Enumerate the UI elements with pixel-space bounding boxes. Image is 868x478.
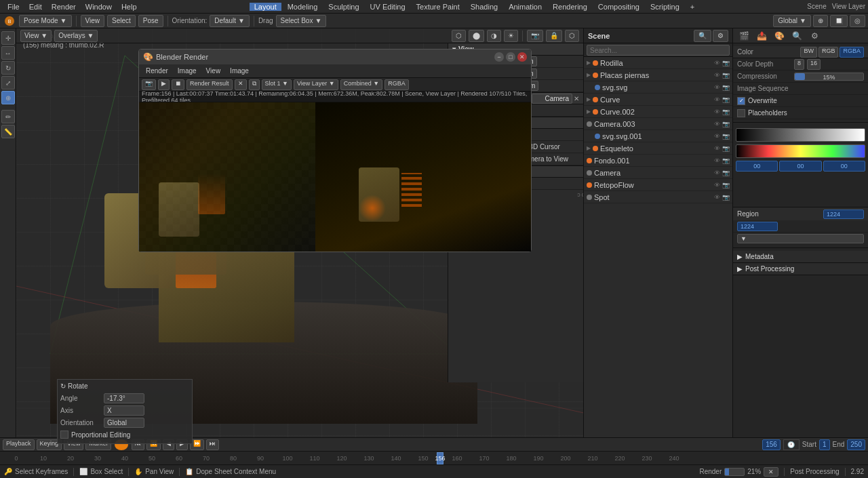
menu-texture-paint[interactable]: Texture Paint — [412, 3, 465, 11]
menu-compositing[interactable]: Compositing — [593, 3, 644, 11]
menu-edit[interactable]: Edit — [24, 0, 47, 13]
menu-rendering[interactable]: Rendering — [548, 3, 592, 11]
start-frame[interactable]: 1 — [819, 439, 830, 450]
outline-item-esqueleto[interactable]: ▶ Esqueleto 👁 📷 — [584, 142, 732, 155]
visibility-icon[interactable]: 👁 — [714, 60, 720, 66]
render-menu-view[interactable]: View — [202, 64, 225, 77]
menu-layout[interactable]: Layout — [250, 3, 281, 11]
rend-icon-12[interactable]: 📷 — [722, 194, 730, 201]
rend-icon-11[interactable]: 📷 — [722, 182, 730, 188]
vis-icon-6[interactable]: 👁 — [714, 121, 720, 127]
menu-scripting[interactable]: Scripting — [646, 3, 684, 11]
depth-8-btn[interactable]: 8 — [794, 59, 804, 70]
proportional-checkbox[interactable] — [60, 431, 68, 439]
depth-16-btn[interactable]: 16 — [807, 59, 821, 70]
outline-item-camera003[interactable]: Camera.003 👁 📷 — [584, 118, 732, 130]
render-stop-btn[interactable]: ✕ — [764, 467, 778, 477]
channel-dropdown[interactable]: ▼ — [737, 234, 864, 243]
vis-icon-11[interactable]: 👁 — [714, 182, 720, 188]
viewport-3d[interactable]: Camera Perspective (156) metarig : thumb… — [16, 28, 583, 464]
vp-wireframe-btn[interactable]: ⬡ — [452, 30, 466, 42]
outliner-filter-btn[interactable]: ⚙ — [713, 30, 728, 42]
overwrite-checkbox[interactable]: ✓ — [737, 97, 745, 105]
color-gradient-bar[interactable] — [736, 128, 865, 142]
vp-rendered-btn[interactable]: ☀ — [504, 30, 518, 42]
rend-icon-4[interactable]: 📷 — [722, 96, 730, 103]
props-output-icon-btn[interactable]: 📤 — [753, 28, 770, 44]
mode-selector[interactable]: Pose Mode ▼ — [19, 15, 72, 27]
timeline-playhead-cursor[interactable]: 156 — [437, 452, 443, 464]
render-minimize-btn[interactable]: − — [494, 52, 504, 62]
rgb-btn[interactable]: RGB — [818, 47, 839, 58]
snap-btn[interactable]: 🔲 — [830, 15, 848, 27]
vis-icon-4[interactable]: 👁 — [714, 96, 720, 103]
menu-help[interactable]: Help — [117, 0, 142, 13]
outline-item-svg[interactable]: svg.svg 👁 📷 — [584, 81, 732, 94]
compression-slider[interactable]: 15% — [794, 73, 864, 81]
render-tb-play-btn[interactable]: ▶ — [158, 79, 170, 90]
vp-camera-btn[interactable]: 📷 — [527, 30, 543, 42]
menu-window[interactable]: Window — [81, 0, 117, 13]
tool-transform[interactable]: ⊕ — [1, 91, 15, 104]
render-x-btn[interactable]: ✕ — [235, 79, 247, 90]
vp-view-menu[interactable]: View ▼ — [20, 30, 52, 42]
metadata-header[interactable]: ▶ Metadata — [733, 251, 868, 263]
vp-solid-btn[interactable]: ⬤ — [469, 30, 484, 42]
render-slot-btn[interactable]: Slot 1 ▼ — [262, 79, 292, 90]
vis-icon-5[interactable]: 👁 — [714, 108, 720, 115]
rend-icon-9[interactable]: 📷 — [722, 157, 730, 164]
render-result-btn[interactable]: Render Result — [186, 79, 233, 90]
tool-measure[interactable]: 📏 — [1, 125, 15, 138]
props-scene-icon-btn[interactable]: 🎬 — [736, 28, 752, 44]
render-viewlayer-btn[interactable]: View Layer ▼ — [294, 79, 338, 90]
menu-shading[interactable]: Shading — [466, 3, 502, 11]
vis-icon-9[interactable]: 👁 — [714, 157, 720, 164]
menu-add-workspace[interactable]: + — [686, 3, 699, 11]
menu-animation[interactable]: Animation — [504, 3, 547, 11]
outline-item-curve[interactable]: ▶ Curve 👁 📷 — [584, 94, 732, 106]
outliner-search-btn[interactable]: 🔍 — [694, 30, 711, 42]
render-visibility-icon-2[interactable]: 📷 — [722, 72, 730, 79]
render-tb-cam-btn[interactable]: 📷 — [142, 79, 156, 90]
b-value[interactable]: 00 — [823, 161, 865, 172]
vp-lock-btn[interactable]: 🔒 — [546, 30, 562, 42]
render-combined-btn[interactable]: Combined ▼ — [340, 79, 382, 90]
tool-annotate[interactable]: ✏ — [1, 110, 15, 123]
render-maximize-btn[interactable]: □ — [506, 52, 515, 62]
render-menu-image[interactable]: Image — [174, 64, 201, 77]
rend-icon-5[interactable]: 📷 — [722, 108, 730, 115]
visibility-icon-2[interactable]: 👁 — [714, 72, 720, 79]
render-copy-btn[interactable]: ⧉ — [249, 79, 260, 90]
rgba-btn[interactable]: RGBA — [840, 47, 864, 58]
orientation-selector[interactable]: Default ▼ — [210, 15, 250, 27]
props-search-icon-btn[interactable]: 🔍 — [789, 28, 805, 44]
outliner-search-input[interactable] — [587, 45, 730, 56]
rend-icon-10[interactable]: 📷 — [722, 170, 730, 176]
render-close-btn[interactable]: ✕ — [517, 52, 527, 62]
vis-icon-10[interactable]: 👁 — [714, 170, 720, 176]
rend-icon-6[interactable]: 📷 — [722, 121, 730, 127]
vis-icon-12[interactable]: 👁 — [714, 194, 720, 201]
rend-icon-3[interactable]: 📷 — [722, 84, 730, 91]
outline-item-rodilla[interactable]: ▶ Rodilla 👁 📷 — [584, 57, 732, 69]
render-rgba-btn[interactable]: RGBA — [384, 79, 409, 90]
menu-modeling[interactable]: Modeling — [283, 3, 323, 11]
render-menu-image2[interactable]: Image — [226, 64, 253, 77]
placeholders-checkbox[interactable] — [737, 109, 745, 117]
render-titlebar[interactable]: 🎨 Blender Render − □ ✕ — [139, 49, 531, 64]
outline-item-fondo[interactable]: Fondo.001 👁 📷 — [584, 155, 732, 167]
local-camera-clear[interactable]: ✕ — [574, 95, 579, 102]
tool-move[interactable]: ↔ — [1, 46, 15, 60]
outline-item-curve002[interactable]: ▶ Curve.002 👁 📷 — [584, 106, 732, 118]
menu-uv-editing[interactable]: UV Editing — [366, 3, 410, 11]
g-value[interactable]: 00 — [779, 161, 821, 172]
rend-icon-8[interactable]: 📷 — [722, 145, 730, 152]
outline-item-placas[interactable]: ▶ Placas piernas 👁 📷 — [584, 69, 732, 81]
proportional-btn[interactable]: ◎ — [850, 15, 865, 27]
current-frame-display[interactable]: 156 — [762, 439, 781, 450]
render-tb-stop-btn[interactable]: ⏹ — [172, 79, 184, 90]
region-val2[interactable]: 1224 — [737, 222, 778, 231]
bw-btn[interactable]: BW — [800, 47, 817, 58]
tool-scale[interactable]: ⤢ — [1, 76, 15, 89]
angle-input[interactable] — [104, 393, 144, 403]
